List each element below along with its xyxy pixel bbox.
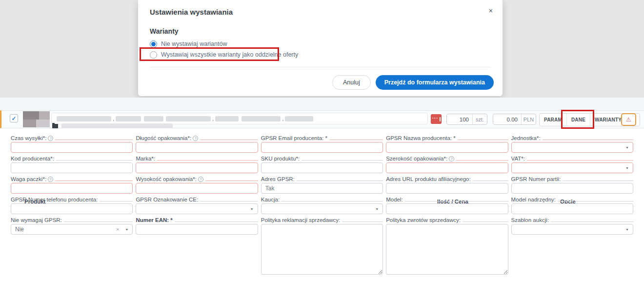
- adres-url-produktu-afiliacyjnego-input[interactable]: [386, 183, 508, 194]
- field-model: Model:: [386, 196, 508, 214]
- field-value: Nie: [15, 226, 24, 233]
- field-label: Szerokość opakowania*:: [386, 156, 447, 161]
- field-label: Kaucja:: [261, 197, 280, 202]
- cancel-button[interactable]: Anuluj: [332, 75, 371, 90]
- polityka-zwrotow-sprzedawcy-textarea[interactable]: [386, 224, 508, 275]
- help-icon[interactable]: ?: [449, 156, 454, 161]
- field-sku-produktu: SKU produktu*:: [261, 155, 383, 173]
- redacted-text: [144, 116, 163, 121]
- field-dlugosc-opakowania: Długość opakowania*:?: [136, 135, 258, 153]
- separator: ,: [282, 116, 283, 121]
- warning-button[interactable]: ⚠: [621, 113, 636, 126]
- chevron-down-icon: ▼: [625, 166, 629, 170]
- szablon-aukcji-select[interactable]: ▼: [511, 224, 633, 235]
- nie-wymagaj-gpsr-select[interactable]: Nie×▼: [11, 224, 133, 235]
- redacted-text: [242, 116, 281, 121]
- redacted-text: [116, 116, 141, 121]
- waga-paczki-input[interactable]: [11, 183, 133, 194]
- field-gpsr-nazwa-producenta: GPSR Nazwa producenta: *: [386, 135, 508, 153]
- field-label: Kod producenta*:: [11, 156, 54, 161]
- polityka-reklamacji-sprzedawcy-textarea[interactable]: [261, 224, 383, 275]
- gpsr-nazwa-producenta-input[interactable]: [386, 142, 508, 153]
- apply-to-all-button[interactable]: ···: [431, 114, 442, 124]
- dlugosc-opakowania-input[interactable]: [136, 142, 258, 153]
- field-nie-wymagaj-gpsr: Nie wymagaj GPSR: Nie×▼: [11, 217, 133, 275]
- field-label: Polityka reklamacji sprzedawcy:: [261, 217, 340, 223]
- kod-producenta-input[interactable]: [11, 162, 133, 173]
- price-input-group: 0.00 PLN: [493, 114, 536, 125]
- clear-icon[interactable]: ×: [116, 226, 119, 232]
- adres-gpsr-input[interactable]: Tak: [261, 183, 383, 194]
- gpsr-numer-telefonu-producenta-input[interactable]: [11, 203, 133, 214]
- chevron-down-icon: ▼: [625, 146, 629, 149]
- field-wysokosc-opakowania: Wysokość opakowania*:?: [136, 176, 258, 194]
- field-gpsr-email-producenta: GPSR Email producenta: *: [261, 135, 383, 153]
- gpsr-email-producenta-input[interactable]: [261, 142, 383, 153]
- marka-input[interactable]: [136, 162, 258, 173]
- help-icon[interactable]: ?: [48, 177, 53, 182]
- warianty-button[interactable]: WARIANTY: [590, 114, 626, 126]
- field-label: Nie wymagaj GPSR:: [11, 217, 62, 223]
- field-szablon-aukcji: Szablon aukcji: ▼: [511, 217, 633, 275]
- go-to-listing-form-button[interactable]: Przejdź do formularza wystawiania: [376, 75, 494, 90]
- field-waga-paczki: Waga paczki*:?: [11, 176, 133, 194]
- field-label: GPSR Numer partii:: [511, 176, 561, 182]
- gpsr-numer-partii-input[interactable]: [511, 183, 633, 194]
- numer-ean-input[interactable]: [136, 224, 258, 235]
- quantity-input-group: 100 szt.: [446, 114, 487, 125]
- product-parameters-form: Czas wysyłki*:? Długość opakowania*:? GP…: [11, 135, 633, 275]
- category-line: [52, 123, 173, 128]
- table-header: Produkt Ilość / Cena Opcje: [0, 98, 644, 110]
- quantity-unit: szt.: [472, 114, 487, 124]
- field-label: Marka*:: [136, 156, 155, 161]
- row-checkbox[interactable]: ✓: [10, 114, 18, 122]
- field-szerokosc-opakowania: Szerokość opakowania*:?: [386, 155, 508, 173]
- bulk-bar-icon: [440, 117, 441, 121]
- wysokosc-opakowania-input[interactable]: [136, 183, 258, 194]
- modal-divider: [150, 67, 491, 67]
- field-label: Model nadrzędny:: [511, 197, 556, 202]
- szerokosc-opakowania-input[interactable]: [386, 162, 508, 173]
- product-title-input[interactable]: , , ,: [51, 113, 428, 124]
- chevron-down-icon: ▼: [125, 228, 128, 231]
- help-icon[interactable]: ?: [48, 136, 53, 141]
- radio-selected-icon[interactable]: [150, 40, 157, 48]
- redacted-text: [166, 116, 211, 121]
- chevron-down-icon: ▼: [375, 207, 379, 211]
- price-input[interactable]: 0.00: [493, 117, 521, 122]
- help-icon[interactable]: ?: [198, 177, 203, 182]
- czas-wysylki-input[interactable]: [11, 142, 133, 153]
- kaucja-select[interactable]: ▼: [261, 203, 383, 214]
- field-label: Waga paczki*:: [11, 176, 46, 182]
- close-icon[interactable]: ×: [489, 7, 493, 14]
- field-marka: Marka*:: [136, 155, 258, 173]
- variants-section-title: Warianty: [150, 27, 179, 35]
- model-input[interactable]: [386, 203, 508, 214]
- field-label: Wysokość opakowania*:: [136, 176, 197, 182]
- redacted-text: [285, 116, 313, 121]
- field-adres-url-produktu-afiliacyjnego: Adres URL produktu afiliacyjnego:: [386, 176, 508, 194]
- chevron-down-icon: ▼: [250, 207, 254, 211]
- vat-select[interactable]: ▼: [511, 162, 633, 173]
- gpsr-oznakowanie-ce-select[interactable]: ▼: [136, 203, 258, 214]
- field-czas-wysylki: Czas wysyłki*:?: [11, 135, 133, 153]
- sku-produktu-input[interactable]: [261, 162, 383, 173]
- warning-icon: ⚠: [626, 116, 631, 123]
- jednostka-select[interactable]: ▼: [511, 142, 633, 153]
- model-nadrzedny-input[interactable]: [511, 203, 633, 214]
- field-label: SKU produktu*:: [261, 156, 300, 161]
- listing-settings-modal: Ustawienia wystawiania × Warianty Nie wy…: [138, 0, 503, 96]
- modal-actions: Anuluj Przejdź do formularza wystawiania: [332, 75, 494, 90]
- help-icon[interactable]: ?: [193, 136, 198, 141]
- field-gpsr-numer-partii: GPSR Numer partii:: [511, 176, 633, 194]
- field-label: Numer EAN: *: [136, 217, 172, 223]
- field-label: Długość opakowania*:: [136, 135, 191, 141]
- field-label: Adres GPSR:: [261, 176, 295, 182]
- field-label: GPSR Oznakowanie CE:: [136, 197, 198, 202]
- field-label: VAT*:: [511, 156, 525, 161]
- separator: ,: [113, 116, 114, 121]
- quantity-input[interactable]: 100: [447, 117, 472, 122]
- field-label: GPSR Numer telefonu producenta:: [11, 197, 98, 202]
- field-vat: VAT*: ▼: [511, 155, 633, 173]
- product-row: ✓ , , , ··· 100 szt. 0.00 PLN PARAM DANE…: [0, 110, 644, 128]
